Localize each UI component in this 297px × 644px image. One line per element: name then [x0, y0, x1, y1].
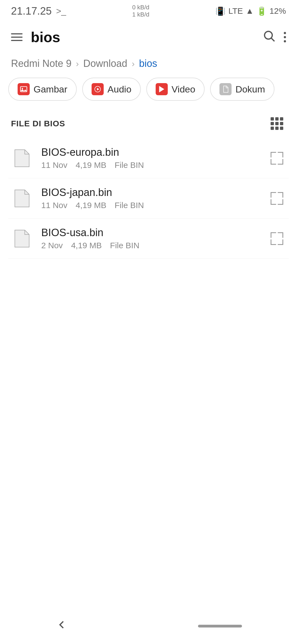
- vibrate-icon: 📳: [215, 6, 226, 16]
- file-info-japan: BIOS-japan.bin 11 Nov 4,19 MB File BIN: [41, 187, 268, 210]
- file-name: BIOS-japan.bin: [41, 187, 268, 198]
- more-options-button[interactable]: [284, 32, 286, 42]
- file-info-europa: BIOS-europa.bin 11 Nov 4,19 MB File BIN: [41, 146, 268, 170]
- arrow-tl: [271, 152, 276, 157]
- status-time: 21.17.25: [11, 5, 52, 17]
- network-data: 0 kB/d 1 kB/d: [132, 4, 149, 18]
- file-date: 11 Nov: [41, 160, 67, 170]
- breadcrumb-chevron-1: ›: [76, 59, 79, 69]
- arrow-tr: [278, 232, 283, 238]
- arrow-bl: [271, 239, 276, 245]
- app-bar: bios: [0, 22, 297, 52]
- file-type: File BIN: [115, 160, 144, 170]
- arrow-tr: [278, 152, 283, 157]
- grid-icon: [271, 117, 283, 130]
- chip-gambar-label: Gambar: [34, 84, 67, 95]
- network-up: 0 kB/d: [132, 4, 149, 11]
- breadcrumb-download[interactable]: Download: [83, 58, 127, 69]
- battery-icon: 🔋: [257, 6, 267, 16]
- svg-line-1: [271, 38, 274, 41]
- file-info-usa: BIOS-usa.bin 2 Nov 4,19 MB File BIN: [41, 227, 268, 250]
- file-name: BIOS-usa.bin: [41, 227, 268, 239]
- file-icon-usa: [11, 228, 33, 250]
- arrow-br: [278, 239, 283, 245]
- chip-gambar[interactable]: Gambar: [8, 78, 77, 101]
- breadcrumb-root[interactable]: Redmi Note 9: [11, 58, 72, 69]
- file-list: BIOS-europa.bin 11 Nov 4,19 MB File BIN …: [0, 138, 297, 259]
- file-name: BIOS-europa.bin: [41, 146, 268, 158]
- breadcrumb-chevron-2: ›: [132, 59, 135, 69]
- arrow-br: [278, 159, 283, 165]
- chip-dokum[interactable]: Dokum: [210, 78, 274, 101]
- svg-marker-4: [97, 88, 99, 90]
- file-icon-europa: [11, 147, 33, 169]
- audio-icon: [92, 83, 104, 95]
- arrow-bl: [271, 199, 276, 205]
- app-title: bios: [31, 29, 262, 45]
- network-down: 1 kB/d: [132, 11, 149, 18]
- video-icon: [156, 83, 168, 95]
- arrow-br: [278, 199, 283, 205]
- svg-point-3: [22, 88, 23, 89]
- back-button[interactable]: [55, 618, 68, 634]
- file-size: 4,19 MB: [71, 241, 102, 250]
- filter-chips: Gambar Audio Video Dokum: [0, 75, 297, 106]
- file-size: 4,19 MB: [76, 201, 106, 210]
- signal-strength-icon: ▲: [246, 6, 254, 16]
- chip-audio[interactable]: Audio: [82, 78, 141, 101]
- svg-marker-5: [159, 86, 164, 92]
- arrow-bl: [271, 159, 276, 165]
- expand-button[interactable]: [268, 189, 286, 208]
- arrow-tr: [278, 192, 283, 198]
- file-icon-japan: [11, 187, 33, 209]
- home-indicator[interactable]: [198, 625, 242, 627]
- file-meta: 2 Nov 4,19 MB File BIN: [41, 241, 268, 250]
- arrow-tl: [271, 192, 276, 198]
- signal-type: LTE: [228, 6, 243, 16]
- nav-bar: [0, 614, 297, 644]
- status-left: 21.17.25 >_: [11, 5, 66, 17]
- chip-audio-label: Audio: [108, 84, 131, 95]
- dokum-icon: [219, 83, 232, 95]
- file-meta: 11 Nov 4,19 MB File BIN: [41, 201, 268, 210]
- chip-dokum-label: Dokum: [235, 84, 265, 95]
- file-date: 2 Nov: [41, 241, 63, 250]
- file-date: 11 Nov: [41, 201, 67, 210]
- search-button[interactable]: [262, 29, 276, 45]
- menu-button[interactable]: [11, 33, 23, 41]
- svg-point-0: [265, 31, 272, 39]
- section-header: FILE DI BIOS: [0, 106, 297, 138]
- file-meta: 11 Nov 4,19 MB File BIN: [41, 160, 268, 170]
- section-title: FILE DI BIOS: [11, 119, 65, 128]
- list-item[interactable]: BIOS-usa.bin 2 Nov 4,19 MB File BIN: [8, 219, 289, 259]
- breadcrumb: Redmi Note 9 › Download › bios: [0, 52, 297, 75]
- file-type: File BIN: [110, 241, 139, 250]
- status-icons: 📳 LTE ▲ 🔋 12%: [215, 6, 286, 16]
- chip-video[interactable]: Video: [146, 78, 205, 101]
- list-item[interactable]: BIOS-europa.bin 11 Nov 4,19 MB File BIN: [8, 138, 289, 178]
- chip-video-label: Video: [172, 84, 195, 95]
- status-bar: 21.17.25 >_ 0 kB/d 1 kB/d 📳 LTE ▲ 🔋 12%: [0, 0, 297, 22]
- arrow-tl: [271, 232, 276, 238]
- grid-view-toggle[interactable]: [268, 114, 286, 133]
- file-size: 4,19 MB: [76, 160, 106, 170]
- gambar-icon: [18, 83, 30, 95]
- list-item[interactable]: BIOS-japan.bin 11 Nov 4,19 MB File BIN: [8, 178, 289, 219]
- file-type: File BIN: [115, 201, 144, 210]
- terminal-icon: >_: [56, 6, 66, 16]
- breadcrumb-current[interactable]: bios: [139, 58, 157, 69]
- battery-level: 12%: [270, 6, 286, 16]
- expand-button[interactable]: [268, 149, 286, 167]
- expand-button[interactable]: [268, 230, 286, 248]
